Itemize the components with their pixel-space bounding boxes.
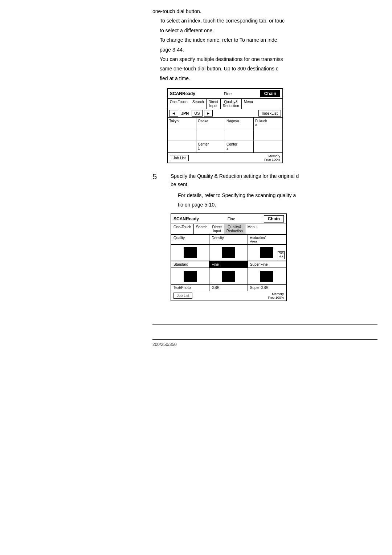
search-btn-2[interactable]: Search — [194, 224, 210, 234]
step5-content: Specify the Quality & Reduction settings… — [171, 172, 377, 310]
reduction-header: Reduction/Area — [248, 235, 286, 245]
quality-header: Quality — [171, 235, 209, 245]
scanner2-footer: Job List Memory Free 100% — [171, 291, 286, 301]
intro-text: one-touch dial button. To select an inde… — [152, 7, 377, 82]
dest-empty2 — [196, 129, 225, 141]
quality-btn-row1: Standard Fine Super Fine — [171, 261, 286, 268]
intro-line5: page 3-44. — [152, 46, 377, 54]
dest-empty1 — [168, 129, 196, 141]
scanner1-mode: Fine — [224, 91, 232, 96]
search-btn[interactable]: Search — [190, 99, 207, 109]
scanner1-header: SCANReady Fine Chain — [168, 89, 282, 99]
dest-empty3 — [225, 129, 254, 141]
job-list-btn-2[interactable]: Job List — [173, 293, 192, 299]
us-tab[interactable]: US — [192, 110, 202, 117]
quality-img-2 — [209, 245, 248, 261]
quality-img-3: 600dpi — [248, 245, 286, 261]
job-list-btn-1[interactable]: Job List — [170, 155, 189, 161]
dest-nagoya[interactable]: Nagoya — [225, 118, 254, 129]
step5-number: 5 — [152, 172, 163, 310]
density-header: Density — [209, 235, 248, 245]
quality-reduction-btn[interactable]: Quality& Reduction — [221, 99, 242, 109]
quality-square-5 — [222, 271, 235, 282]
index-list-btn[interactable]: IndexList — [258, 110, 281, 117]
memory-free-1: Memory Free 100% — [264, 154, 280, 162]
quality-img-5 — [209, 268, 248, 284]
memory-free-2: Memory Free 100% — [268, 292, 284, 299]
intro-line3: to select a different one. — [152, 26, 377, 34]
scanner1-nav: One-Touch Search Direct Input Quality& R… — [168, 99, 282, 109]
quality-square-6 — [260, 271, 273, 282]
right-arrow-btn[interactable]: ► — [204, 110, 213, 117]
menu-btn[interactable]: Menu — [242, 99, 255, 109]
step5-line2: be sent. — [171, 180, 377, 188]
quality-square-3 — [260, 247, 273, 258]
scanner2-mode: Fine — [228, 217, 235, 221]
step5-text: Specify the Quality & Reduction settings… — [171, 172, 377, 188]
intro-line8: fied at a time. — [152, 74, 377, 82]
direct-input-btn[interactable]: Direct Input — [207, 99, 221, 109]
intro-line2: To select an index, touch the correspond… — [152, 17, 377, 25]
scanner-ui-2: SCANReady Fine Chain One-Touch Search Di… — [171, 213, 287, 301]
scanner1-footer: Job List Memory Free 100% — [168, 153, 282, 163]
step5-detail: For details, refer to Specifying the sca… — [171, 191, 377, 209]
direct-input-btn-2[interactable]: Direct Input — [210, 224, 224, 234]
quality-img-1 — [171, 245, 209, 261]
quality-img-row2 — [171, 268, 286, 285]
step5-line1: Specify the Quality & Reduction settings… — [171, 172, 377, 180]
dest-tokyo[interactable]: Tokyo — [168, 118, 196, 129]
page-footer: 200/250/350 — [152, 339, 377, 347]
step5-detail1: For details, refer to Specifying the sca… — [178, 191, 377, 199]
one-touch-btn-2[interactable]: One-Touch — [171, 224, 194, 234]
scanner1-status: SCANReady — [170, 91, 195, 96]
scanner2-status: SCANReady — [173, 216, 199, 221]
scanner1-index-row: ◄ JPN US ► IndexList — [168, 109, 282, 118]
text-photo-btn[interactable]: Text/Photo — [171, 285, 209, 291]
dest-center1[interactable]: Center1 — [196, 141, 225, 152]
super-fine-btn[interactable]: Super Fine — [248, 261, 286, 268]
scanner-ui-1: SCANReady Fine Chain One-Touch Search Di… — [167, 88, 283, 163]
dpi-badge: 600dpi — [278, 251, 285, 259]
quality-headers: Quality Density Reduction/Area — [171, 235, 286, 245]
left-arrow-btn[interactable]: ◄ — [169, 110, 178, 117]
intro-line1: one-touch dial button. — [152, 7, 377, 15]
page-divider — [152, 325, 377, 325]
dest-empty4 — [254, 129, 282, 141]
standard-btn[interactable]: Standard — [171, 261, 209, 268]
menu-btn-2[interactable]: Menu — [245, 224, 259, 234]
quality-square-4 — [184, 271, 197, 282]
intro-line6: You can specify multiple destinations fo… — [152, 55, 377, 63]
dest-center2[interactable]: Center2 — [225, 141, 254, 152]
scanner2-nav: One-Touch Search Direct Input Quality& R… — [171, 224, 286, 234]
intro-line4: To change the index name, refer to To na… — [152, 36, 377, 44]
scanner1-dest-grid: Tokyo Osaka Nagoya Fukuoka Center1 Cente… — [168, 118, 282, 153]
gsr-btn[interactable]: GSR — [209, 285, 248, 291]
step5-section: 5 Specify the Quality & Reduction settin… — [152, 172, 377, 310]
super-gsr-btn[interactable]: Super GSR — [248, 285, 286, 291]
scanner2-chain-btn[interactable]: Chain — [264, 215, 284, 223]
quality-reduction-btn-2[interactable]: Quality& Reduction — [224, 224, 245, 234]
intro-line7: same one-touch dial button. Up to 300 de… — [152, 65, 377, 73]
quality-btn-row2: Text/Photo GSR Super GSR — [171, 285, 286, 291]
step5-detail2: tio on page 5-10. — [178, 201, 377, 209]
one-touch-btn[interactable]: One-Touch — [168, 99, 190, 109]
page-number: 200/250/350 — [152, 342, 177, 347]
dest-empty5 — [168, 141, 196, 152]
dest-empty6 — [254, 141, 282, 152]
dest-osaka[interactable]: Osaka — [196, 118, 225, 129]
scanner1-chain-btn[interactable]: Chain — [260, 90, 280, 97]
fine-btn[interactable]: Fine — [209, 261, 248, 268]
quality-img-4 — [171, 268, 209, 284]
scanner2-header: SCANReady Fine Chain — [171, 214, 286, 224]
jpn-label: JPN — [180, 111, 190, 115]
quality-section: Quality Density Reduction/Area — [171, 234, 286, 291]
quality-square-1 — [184, 247, 197, 258]
dest-fukuoka[interactable]: Fukuoka — [254, 118, 282, 129]
quality-square-2 — [222, 247, 235, 258]
quality-img-row: 600dpi — [171, 245, 286, 261]
quality-img-6 — [248, 268, 286, 284]
